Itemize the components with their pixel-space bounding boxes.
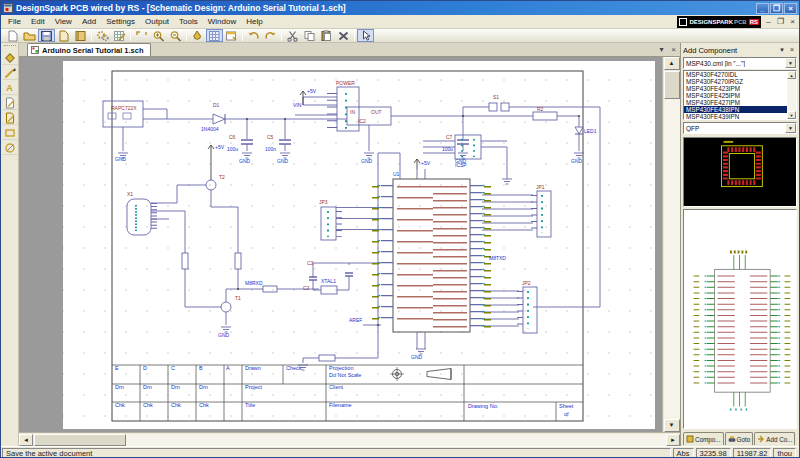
vertical-scrollbar[interactable]: ▲ ▼ (662, 57, 680, 432)
hscroll-thumb[interactable] (34, 434, 126, 446)
add-component-panel: Add Component ▾ × MSP430.cml [in "..."] … (680, 43, 799, 446)
grid-settings-button[interactable] (111, 29, 128, 42)
library-dropdown-icon[interactable]: ▼ (785, 58, 796, 68)
menu-view[interactable]: View (50, 17, 77, 26)
tab-component-bin[interactable]: Compo... (683, 432, 724, 445)
list-item[interactable]: MSP430F4270IRGZ (684, 78, 787, 85)
panel-pin-button[interactable]: ▾ (777, 45, 787, 55)
menu-tools[interactable]: Tools (174, 17, 203, 26)
add-schematic-doc-tool[interactable] (2, 95, 18, 110)
schematic-label: of (564, 411, 569, 417)
menu-add[interactable]: Add (77, 17, 101, 26)
schematic-canvas[interactable]: RAPC722XD11N4004VINC6100uC5100nINOUTIC2C… (19, 57, 662, 432)
document-tab[interactable]: Arduino Serial Tutorial 1.sch (27, 43, 151, 56)
app-window: DesignSpark PCB wired by RS - [Schematic… (0, 0, 800, 458)
package-dropdown-icon[interactable]: ▼ (785, 123, 796, 133)
add-rectangle-tool[interactable] (2, 125, 18, 140)
package-combobox[interactable]: QFP ▼ (683, 122, 797, 134)
document-tab-bar: Arduino Serial Tutorial 1.sch ▾ × (19, 43, 680, 57)
list-scrollbar[interactable]: ▲ ▼ (787, 71, 796, 119)
window-title: DesignSpark PCB wired by RS - [Schematic… (16, 3, 346, 13)
grid-toggle-button[interactable] (206, 29, 223, 42)
schematic-label: VIN (293, 102, 302, 108)
cut-button[interactable] (284, 29, 301, 42)
schematic-label: Chk (115, 402, 125, 408)
list-item[interactable]: MSP430FE439IPN (684, 113, 787, 119)
close-button[interactable]: × (784, 3, 797, 14)
schematic-label: Projection (329, 365, 353, 371)
mdi-restore-button[interactable]: ❐ (775, 17, 786, 27)
tab-add-component[interactable]: Add Co... (754, 432, 795, 445)
minimize-button[interactable]: _ (756, 3, 769, 14)
add-text-tool[interactable]: A (2, 80, 18, 95)
scroll-up-button[interactable]: ▲ (664, 57, 680, 70)
schematic-label: Drn (171, 384, 180, 390)
panel-close-button[interactable]: × (787, 45, 797, 55)
schematic-label: GND (411, 354, 423, 360)
redo-button[interactable] (262, 29, 279, 42)
save-button[interactable] (38, 29, 55, 42)
open-button[interactable] (21, 29, 38, 42)
tab-component-bin-label: Compo... (695, 436, 721, 443)
menu-settings[interactable]: Settings (101, 17, 140, 26)
schematic-label: Drn (115, 384, 124, 390)
delete-button[interactable] (335, 29, 352, 42)
tab-goto[interactable]: Goto (725, 432, 754, 445)
menu-output[interactable]: Output (140, 17, 174, 26)
color-fill-button[interactable] (189, 29, 206, 42)
new-button[interactable] (4, 29, 21, 42)
list-scroll-track[interactable] (787, 79, 796, 111)
status-bar: Save the active document Abs 3235.98 119… (1, 446, 799, 458)
add-component-tool[interactable] (2, 50, 18, 65)
mdi-close-button[interactable]: × (787, 17, 798, 27)
library-combobox[interactable]: MSP430.cml [in "..."] ▼ (683, 57, 797, 69)
zoom-extents-button[interactable] (133, 29, 150, 42)
list-scroll-up-icon[interactable]: ▲ (787, 71, 796, 79)
zoom-out-button[interactable] (167, 29, 184, 42)
zoom-in-button[interactable] (150, 29, 167, 42)
menu-help[interactable]: Help (241, 17, 267, 26)
schematic-label: X1 (127, 191, 133, 197)
tabbar-close-button[interactable]: × (668, 45, 679, 56)
schematic-label: D1 (213, 102, 220, 108)
scroll-down-button[interactable]: ▼ (664, 419, 680, 432)
menu-edit[interactable]: Edit (26, 17, 50, 26)
scroll-right-button[interactable]: ► (666, 434, 680, 446)
list-item[interactable]: MSP430FE423IPM (684, 85, 787, 92)
schematic-label: ICSP (455, 162, 467, 168)
list-scroll-down-icon[interactable]: ▼ (787, 111, 796, 119)
toolbar-separator (130, 30, 131, 41)
menu-window[interactable]: Window (203, 17, 241, 26)
scroll-left-button[interactable]: ◄ (19, 434, 33, 446)
list-item[interactable]: MSP430FE425IPM (684, 92, 787, 99)
restore-button[interactable]: ❐ (770, 3, 783, 14)
schematic-label: D (143, 365, 147, 371)
horizontal-scrollbar[interactable]: ◄ ► (19, 432, 680, 446)
paste-button[interactable] (318, 29, 335, 42)
add-wire-tool[interactable] (2, 65, 18, 80)
library-book-button[interactable] (72, 29, 89, 42)
hscroll-track[interactable] (126, 434, 666, 446)
add-sheet-doc-tool[interactable] (2, 110, 18, 125)
vscroll-thumb[interactable] (664, 71, 680, 99)
page-button[interactable] (55, 29, 72, 42)
schematic-label: M8RXD (245, 280, 263, 286)
list-item-selected[interactable]: MSP430FE438IPN (684, 106, 787, 113)
schematic-label: U1 (393, 171, 400, 177)
schematic-label: 100u (442, 146, 453, 152)
settings-gears-button[interactable] (94, 29, 111, 42)
schematic-label: 100u (227, 146, 238, 152)
copy-button[interactable] (301, 29, 318, 42)
schematic-label: Chk (143, 402, 153, 408)
mdi-minimize-button[interactable]: – (763, 17, 774, 27)
list-item[interactable]: MSP430F4270IDL (684, 71, 787, 78)
vscroll-track[interactable] (664, 99, 680, 419)
undo-button[interactable] (245, 29, 262, 42)
library-combobox-value: MSP430.cml [in "..."] (684, 60, 785, 67)
design-browser-button[interactable] (223, 29, 240, 42)
menu-file[interactable]: File (3, 17, 26, 26)
tabbar-menu-button[interactable]: ▾ (656, 45, 667, 56)
add-ellipse-tool[interactable] (2, 140, 18, 155)
list-item[interactable]: MSP430FE427IPM (684, 99, 787, 106)
select-cursor-button[interactable] (357, 29, 374, 42)
